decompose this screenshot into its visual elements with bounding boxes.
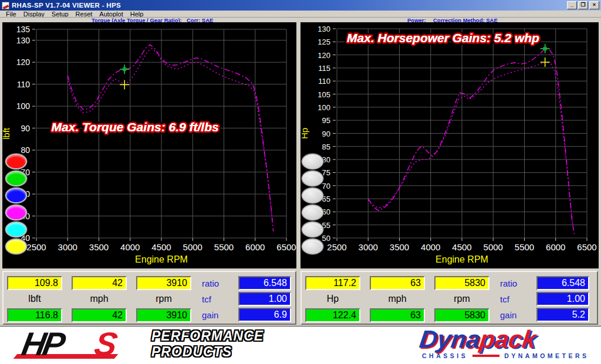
- channel-button-right-5[interactable]: [302, 222, 323, 237]
- torque-readout-panel: 109.8 42 3910 lbft mph rpm 116.8 42 3910…: [2, 271, 296, 325]
- menu-setup[interactable]: Setup: [48, 11, 72, 18]
- gain-field: 5.2: [536, 308, 589, 322]
- x-tick-label: 5500: [515, 242, 534, 252]
- power-chart: 5055606570758085909510010511011512012513…: [300, 22, 599, 268]
- speed-unit-label: mph: [72, 294, 127, 304]
- speed-baseline-value-field: 63: [370, 276, 425, 290]
- channel-button-left-2[interactable]: [5, 171, 27, 186]
- x-tick-label: 4500: [452, 242, 471, 252]
- y-tick-label: 50: [322, 234, 330, 243]
- speed-unit-label: mph: [370, 294, 425, 304]
- menu-bar: File Display Setup Reset Autoplot Help: [0, 11, 601, 17]
- hps-products-text: PRODUCTS: [151, 344, 264, 360]
- channel-button-right-3[interactable]: [302, 188, 323, 203]
- channel-button-right-4[interactable]: [302, 205, 323, 220]
- ratio-label: ratio: [500, 278, 517, 288]
- menu-help[interactable]: Help: [127, 11, 147, 18]
- y-tick-label: 130: [318, 25, 330, 33]
- hps-performance-text: PERFORMANCE: [151, 328, 264, 344]
- dynapack-dyna-text: Dyna: [418, 325, 482, 353]
- channel-button-left-5[interactable]: [5, 222, 27, 237]
- ratio-field[interactable]: 6.548: [536, 276, 589, 290]
- channel-button-right-6[interactable]: [302, 239, 323, 254]
- minimize-button[interactable]: _: [567, 1, 577, 9]
- menu-display[interactable]: Display: [20, 11, 48, 18]
- x-tick-label: 6500: [577, 242, 596, 252]
- y-tick-label: 75: [322, 168, 330, 177]
- restore-button[interactable]: ❐: [578, 1, 588, 9]
- x-tick-label: 3500: [89, 242, 109, 252]
- tcf-field[interactable]: 1.00: [536, 292, 589, 306]
- y-tick-label: 90: [21, 124, 30, 133]
- annotation-text: Max. Torque Gains: 6.9 ft/lbs: [52, 120, 219, 134]
- y-tick-label: 120: [16, 57, 31, 67]
- gain-label: gain: [500, 310, 516, 320]
- y-axis-label: Hp: [299, 128, 309, 139]
- channel-button-right-1[interactable]: [302, 154, 323, 169]
- x-tick-label: 2500: [327, 242, 346, 252]
- dynapack-red-bar: [472, 355, 499, 357]
- dynapack-pack-text: pack: [478, 325, 538, 353]
- torque-chart: 4050607080901001101201301352500300035004…: [2, 22, 296, 268]
- y-tick-label: 120: [318, 51, 330, 60]
- dyno-curve-baseline: [368, 62, 573, 227]
- torque-modified-value-field: 116.8: [7, 308, 62, 322]
- rpm-unit-label: rpm: [136, 294, 191, 304]
- dyno-curve-baseline: [67, 49, 272, 223]
- annotation-text: Max. Horsepower Gains: 5.2 whp: [347, 31, 539, 45]
- menu-reset[interactable]: Reset: [72, 11, 96, 18]
- x-tick-label: 5500: [214, 242, 234, 252]
- rpm-unit-label: rpm: [434, 294, 489, 304]
- dyno-curve-modified: [67, 45, 273, 232]
- x-tick-label: 4500: [151, 242, 171, 252]
- channel-button-left-3[interactable]: [5, 188, 27, 203]
- gain-label: gain: [202, 310, 218, 320]
- hps-logo-hp-text: HP: [19, 325, 65, 363]
- channel-button-right-2[interactable]: [302, 171, 323, 186]
- x-tick-label: 4000: [120, 242, 140, 252]
- hp-modified-value-field: 122.4: [305, 308, 360, 322]
- dynapack-chassis-text: CHASSIS: [422, 352, 468, 359]
- x-tick-label: 2500: [26, 242, 46, 252]
- channel-button-left-1[interactable]: [5, 154, 27, 169]
- torque-baseline-value-field: 109.8: [7, 276, 62, 290]
- y-tick-label: 100: [318, 103, 330, 112]
- hps-logo: HP S PERFORMANCE PRODUCTS: [12, 327, 264, 362]
- y-tick-label: 135: [16, 25, 31, 34]
- rpm-baseline-value-field: 5830: [434, 276, 489, 290]
- y-tick-label: 110: [17, 80, 31, 89]
- title-bar: RHAS-SP V1.7-04 VIEWER - HPS _ ❐ ×: [0, 0, 601, 11]
- y-tick-label: 110: [318, 77, 330, 86]
- speed-modified-value-field: 42: [72, 308, 127, 322]
- y-tick-label: 115: [318, 64, 330, 73]
- power-chart-panel: 5055606570758085909510010511011512012513…: [300, 22, 599, 268]
- y-tick-label: 95: [322, 116, 330, 125]
- speed-baseline-value-field: 42: [72, 276, 127, 290]
- x-axis-label: Engine RPM: [435, 254, 488, 264]
- ratio-label: ratio: [202, 278, 219, 288]
- channel-button-left-6[interactable]: [5, 239, 27, 254]
- x-axis-label: Engine RPM: [135, 254, 188, 264]
- tcf-field[interactable]: 1.00: [238, 292, 291, 306]
- y-tick-label: 105: [318, 90, 330, 99]
- logo-footer: HP S PERFORMANCE PRODUCTS Dynapack CHASS…: [0, 327, 601, 364]
- x-tick-label: 6000: [245, 242, 265, 252]
- y-axis-label: lbft: [1, 127, 11, 140]
- y-tick-label: 125: [318, 38, 330, 46]
- menu-file[interactable]: File: [2, 11, 20, 18]
- tcf-label: tcf: [500, 294, 509, 304]
- rpm-modified-value-field: 3910: [136, 308, 191, 322]
- y-tick-label: 70: [322, 182, 330, 190]
- x-tick-label: 3500: [390, 242, 409, 252]
- y-tick-label: 80: [21, 145, 30, 155]
- gain-field: 6.9: [238, 308, 291, 322]
- close-button[interactable]: ×: [589, 1, 599, 9]
- ratio-field[interactable]: 6.548: [238, 276, 291, 290]
- app-window: RHAS-SP V1.7-04 VIEWER - HPS _ ❐ × File …: [0, 0, 601, 326]
- y-tick-label: 85: [322, 142, 330, 151]
- torque-chart-panel: 4050607080901001101201301352500300035004…: [2, 22, 296, 268]
- x-tick-label: 4000: [421, 242, 440, 252]
- channel-button-left-4[interactable]: [5, 205, 27, 220]
- menu-autoplot[interactable]: Autoplot: [96, 11, 126, 18]
- hps-logo-s-text: S: [92, 325, 120, 363]
